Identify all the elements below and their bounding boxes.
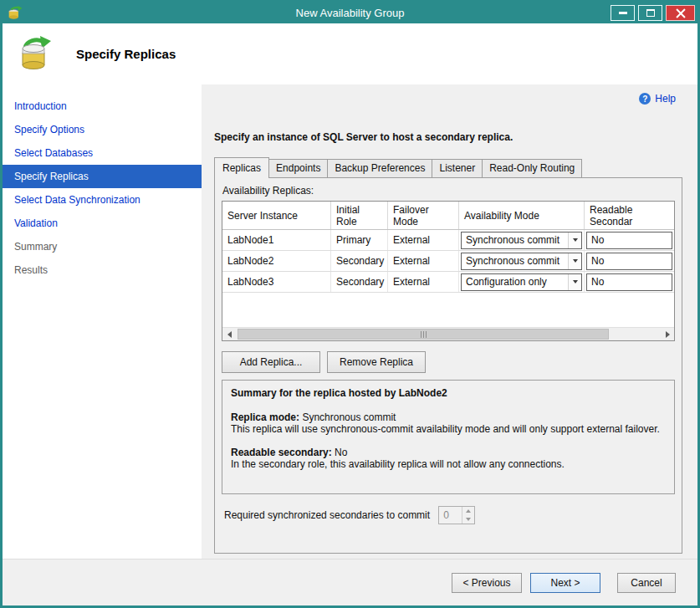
chevron-down-icon[interactable] xyxy=(568,232,581,248)
required-secondaries-label: Required synchronized secondaries to com… xyxy=(224,509,430,521)
close-icon xyxy=(676,8,686,18)
readable-secondary-value: No xyxy=(335,447,347,458)
column-header-failover-mode[interactable]: Failover Mode xyxy=(388,202,459,229)
cell-initial-role: Secondary xyxy=(331,251,388,271)
sidebar-item-validation[interactable]: Validation xyxy=(3,212,202,235)
replica-mode-value: Synchronous commit xyxy=(302,411,396,423)
cell-server-instance: LabNode1 xyxy=(222,230,331,250)
dropdown-value: Synchronous commit xyxy=(462,255,568,267)
availability-replicas-label: Availability Replicas: xyxy=(222,185,675,197)
required-secondaries-row: Required synchronized secondaries to com… xyxy=(222,506,675,524)
maximize-button[interactable] xyxy=(638,5,662,21)
spinner-down-icon xyxy=(462,515,474,524)
cancel-button[interactable]: Cancel xyxy=(617,573,676,593)
table-row: LabNode2 Secondary External Synchronous … xyxy=(222,251,674,272)
column-header-availability-mode[interactable]: Availability Mode xyxy=(459,202,585,229)
scrollbar-track[interactable] xyxy=(236,328,661,340)
replica-mode-line: Replica mode: Synchronous commit xyxy=(231,411,666,423)
arrow-right-icon xyxy=(666,331,670,338)
dropdown-value: Configuration only xyxy=(462,276,568,288)
spinner-value: 0 xyxy=(439,507,462,524)
horizontal-scrollbar xyxy=(222,327,674,340)
cell-failover-mode: External xyxy=(388,230,459,250)
add-replica-button[interactable]: Add Replica... xyxy=(222,351,320,373)
cell-failover-mode: External xyxy=(388,272,459,292)
cell-readable-secondary: No xyxy=(585,251,674,271)
wizard-body: Introduction Specify Options Select Data… xyxy=(3,84,697,559)
wizard-steps-sidebar: Introduction Specify Options Select Data… xyxy=(3,84,202,559)
remove-replica-button[interactable]: Remove Replica xyxy=(327,351,426,373)
cell-server-instance: LabNode2 xyxy=(222,251,331,271)
column-header-server-instance[interactable]: Server Instance xyxy=(222,202,331,229)
wizard-footer: < Previous Next > Cancel xyxy=(3,559,697,605)
replica-buttons-row: Add Replica... Remove Replica xyxy=(222,351,675,373)
cell-initial-role: Primary xyxy=(331,230,388,250)
readable-secondary-description: In the secondary role, this availability… xyxy=(231,458,666,470)
replica-summary-box: Summary for the replica hosted by LabNod… xyxy=(222,380,675,494)
cell-readable-secondary: No xyxy=(585,272,674,292)
sidebar-item-specify-replicas[interactable]: Specify Replicas xyxy=(3,165,202,188)
maximize-icon xyxy=(646,9,655,17)
sidebar-item-select-databases[interactable]: Select Databases xyxy=(3,141,202,165)
help-label: Help xyxy=(655,93,676,105)
page-title: Specify Replicas xyxy=(76,47,176,61)
availability-replicas-table: Server Instance Initial Role Failover Mo… xyxy=(222,201,675,341)
scroll-right-button[interactable] xyxy=(661,328,674,340)
new-availability-group-window: New Availability Group Specify Replicas … xyxy=(0,0,700,608)
close-button[interactable] xyxy=(666,5,695,21)
table-row: LabNode1 Primary External Synchronous co… xyxy=(222,230,674,251)
tab-read-only-routing[interactable]: Read-Only Routing xyxy=(482,159,582,177)
replicas-tab-panel: Availability Replicas: Server Instance I… xyxy=(214,177,682,554)
chevron-down-icon[interactable] xyxy=(568,274,581,290)
replica-mode-label: Replica mode: xyxy=(231,411,299,423)
database-refresh-icon xyxy=(16,35,54,74)
previous-button[interactable]: < Previous xyxy=(452,573,522,593)
sidebar-item-introduction[interactable]: Introduction xyxy=(3,95,202,118)
minimize-button[interactable] xyxy=(611,5,635,21)
spinner-up-icon xyxy=(462,507,474,515)
cell-availability-mode: Synchronous commit xyxy=(459,230,585,250)
sidebar-item-specify-options[interactable]: Specify Options xyxy=(3,118,202,141)
readable-secondary-dropdown[interactable]: No xyxy=(586,253,672,270)
replica-mode-description: This replica will use synchronous-commit… xyxy=(231,423,666,435)
tab-backup-preferences[interactable]: Backup Preferences xyxy=(327,159,432,177)
table-header-row: Server Instance Initial Role Failover Mo… xyxy=(222,202,674,230)
tab-endpoints[interactable]: Endpoints xyxy=(268,159,328,177)
titlebar: New Availability Group xyxy=(3,3,697,23)
column-header-readable-secondary[interactable]: Readable Secondar xyxy=(585,202,674,229)
chevron-down-icon[interactable] xyxy=(568,253,581,269)
readable-secondary-line: Readable secondary: No xyxy=(231,447,666,458)
cell-readable-secondary: No xyxy=(585,230,674,250)
help-icon xyxy=(639,93,651,105)
summary-title: Summary for the replica hosted by LabNod… xyxy=(231,387,666,399)
scroll-left-button[interactable] xyxy=(222,328,236,340)
readable-secondary-dropdown[interactable]: No xyxy=(586,273,672,291)
cell-failover-mode: External xyxy=(388,251,459,271)
main-content: Help Specify an instance of SQL Server t… xyxy=(202,84,697,559)
availability-mode-dropdown[interactable]: Synchronous commit xyxy=(461,253,582,270)
required-secondaries-spinner: 0 xyxy=(438,506,475,524)
tab-replicas[interactable]: Replicas xyxy=(214,157,269,178)
cell-server-instance: LabNode3 xyxy=(222,272,331,292)
minimize-icon xyxy=(619,12,627,14)
sidebar-item-summary: Summary xyxy=(3,235,202,258)
next-button[interactable]: Next > xyxy=(530,573,600,593)
readable-secondary-dropdown[interactable]: No xyxy=(586,232,672,249)
help-link[interactable]: Help xyxy=(639,93,676,105)
availability-mode-dropdown[interactable]: Synchronous commit xyxy=(461,232,582,249)
spinner-arrows xyxy=(462,507,474,524)
dropdown-value: Synchronous commit xyxy=(462,234,568,246)
instruction-text: Specify an instance of SQL Server to hos… xyxy=(214,131,682,143)
table-row: LabNode3 Secondary External Configuratio… xyxy=(222,272,674,293)
sidebar-item-results: Results xyxy=(3,258,202,282)
readable-secondary-label: Readable secondary: xyxy=(231,447,332,458)
tab-strip: Replicas Endpoints Backup Preferences Li… xyxy=(214,157,682,177)
arrow-left-icon xyxy=(227,331,232,338)
availability-mode-dropdown[interactable]: Configuration only xyxy=(461,273,582,291)
scrollbar-thumb[interactable] xyxy=(238,329,609,340)
column-header-initial-role[interactable]: Initial Role xyxy=(331,202,388,229)
window-title: New Availability Group xyxy=(3,7,697,19)
sidebar-item-select-data-synchronization[interactable]: Select Data Synchronization xyxy=(3,188,202,212)
cell-initial-role: Secondary xyxy=(331,272,388,292)
tab-listener[interactable]: Listener xyxy=(432,159,483,177)
